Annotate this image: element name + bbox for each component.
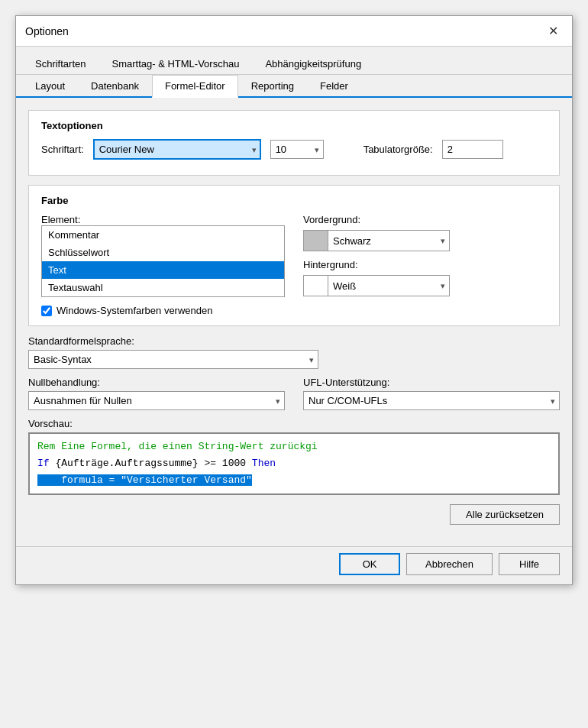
close-button[interactable]: ✕ — [544, 22, 563, 40]
vorschau-label: Vorschau: — [28, 418, 560, 429]
element-label: Element: — [41, 214, 80, 225]
options-dialog: Optionen ✕ Schriftarten Smarttag- & HTML… — [15, 15, 573, 585]
null-ufl-row: Nullbehandlung: Ausnahmen für Nullen Nul… — [28, 377, 560, 410]
farbe-section: Farbe Element: Kommentar Schlüsselwort T… — [28, 185, 560, 326]
element-schluesselwort[interactable]: Schlüsselwort — [42, 244, 284, 261]
vordergrund-select[interactable]: Schwarz — [328, 230, 450, 251]
content-area: Textoptionen Schriftart: Courier New 8 9… — [16, 98, 572, 546]
nullbehandlung-select-wrapper: Ausnahmen für Nullen Nullen beibehalten — [28, 391, 285, 410]
bottom-buttons: OK Abbrechen Hilfe — [16, 546, 572, 584]
preview-then: Then — [252, 458, 276, 469]
help-button[interactable]: Hilfe — [499, 553, 560, 575]
tabs-row2: Layout Datenbank Formel-Editor Reporting… — [16, 75, 572, 98]
nullbehandlung-label: Nullbehandlung: — [28, 377, 285, 388]
preview-line-2: If {Aufträge.Auftragssumme} >= 1000 Then — [37, 455, 551, 472]
title-bar: Optionen ✕ — [16, 16, 572, 47]
tab-abhaengigkeit[interactable]: Abhängigkeitsprüfung — [252, 53, 374, 74]
dialog-title: Optionen — [25, 25, 69, 37]
vorschau-box: Rem Eine Formel, die einen String-Wert z… — [28, 432, 560, 495]
tabs-row1: Schriftarten Smarttag- & HTML-Vorschau A… — [16, 47, 572, 75]
hintergrund-label: Hintergrund: — [303, 259, 547, 270]
hintergrund-select-row: Weiß — [303, 275, 547, 296]
tabulator-input[interactable]: 2 — [442, 140, 503, 159]
tab-felder[interactable]: Felder — [307, 75, 361, 96]
size-select-wrapper: 8 9 10 11 12 — [270, 140, 324, 159]
farbe-title: Farbe — [41, 195, 547, 206]
schriftart-select[interactable]: Courier New — [93, 139, 261, 160]
windows-colors-row: Windows-Systemfarben verwenden — [41, 305, 285, 316]
color-layout: Element: Kommentar Schlüsselwort Text Te… — [41, 214, 547, 316]
ufl-select-wrapper: Nur C/COM-UFLs Alle UFLs — [303, 391, 560, 410]
preview-comment: Rem Eine Formel, die einen String-Wert z… — [37, 441, 318, 452]
vordergrund-label: Vordergrund: — [303, 214, 547, 225]
tab-formel-editor[interactable]: Formel-Editor — [152, 75, 238, 98]
tabulator-label: Tabulatorgröße: — [363, 144, 433, 155]
reset-row: Alle zurücksetzen — [28, 504, 560, 525]
ufl-select[interactable]: Nur C/COM-UFLs Alle UFLs — [303, 391, 560, 410]
schriftart-label: Schriftart: — [41, 144, 84, 155]
ufl-col: UFL-Unterstützung: Nur C/COM-UFLs Alle U… — [303, 377, 560, 410]
element-textauswahl[interactable]: Textauswahl — [42, 279, 284, 296]
schriftart-row: Schriftart: Courier New 8 9 10 11 12 Tab — [41, 139, 547, 160]
tab-datenbank[interactable]: Datenbank — [78, 75, 152, 96]
vordergrund-swatch — [303, 230, 328, 251]
standardformel-select[interactable]: Basic-Syntax Crystal-Syntax — [28, 350, 318, 369]
reset-button[interactable]: Alle zurücksetzen — [450, 504, 560, 525]
tab-schriftarten[interactable]: Schriftarten — [22, 53, 99, 74]
element-kommentar[interactable]: Kommentar — [42, 226, 284, 244]
textoptionen-title: Textoptionen — [41, 120, 547, 131]
hintergrund-swatch — [303, 275, 328, 296]
standardformel-section: Standardformelsprache: Basic-Syntax Crys… — [28, 335, 560, 369]
element-list: Kommentar Schlüsselwort Text Textauswahl — [41, 225, 285, 297]
element-text[interactable]: Text — [42, 261, 284, 279]
preview-if: If — [37, 458, 55, 469]
hintergrund-select[interactable]: Weiß — [328, 275, 450, 296]
preview-line-1: Rem Eine Formel, die einen String-Wert z… — [37, 438, 551, 455]
hintergrund-dropdown-wrap: Weiß — [328, 275, 450, 296]
size-select[interactable]: 8 9 10 11 12 — [270, 140, 324, 159]
textoptionen-section: Textoptionen Schriftart: Courier New 8 9… — [28, 110, 560, 176]
tab-layout[interactable]: Layout — [22, 75, 78, 96]
schriftart-select-wrapper: Courier New — [93, 139, 261, 160]
cancel-button[interactable]: Abbrechen — [406, 553, 493, 575]
windows-colors-checkbox[interactable] — [41, 306, 52, 316]
preview-condition: {Aufträge.Auftragssumme} >= 1000 — [55, 458, 251, 469]
standardformel-label: Standardformelsprache: — [28, 335, 560, 347]
windows-colors-label: Windows-Systemfarben verwenden — [57, 305, 212, 316]
vordergrund-select-row: Schwarz — [303, 230, 547, 251]
ufl-label: UFL-Unterstützung: — [303, 377, 560, 388]
nullbehandlung-col: Nullbehandlung: Ausnahmen für Nullen Nul… — [28, 377, 285, 410]
ok-button[interactable]: OK — [339, 553, 400, 575]
vorschau-section: Vorschau: Rem Eine Formel, die einen Str… — [28, 418, 560, 495]
element-column: Element: Kommentar Schlüsselwort Text Te… — [41, 214, 285, 316]
tab-reporting[interactable]: Reporting — [238, 75, 307, 96]
tab-smarttag[interactable]: Smarttag- & HTML-Vorschau — [99, 53, 252, 74]
vordergrund-dropdown-wrap: Schwarz — [328, 230, 450, 251]
nullbehandlung-select[interactable]: Ausnahmen für Nullen Nullen beibehalten — [28, 391, 285, 410]
standardformel-select-wrapper: Basic-Syntax Crystal-Syntax — [28, 350, 318, 369]
preview-line-3: formula = "Versicherter Versand" — [37, 472, 551, 489]
color-pickers-column: Vordergrund: Schwarz Hintergrund: — [303, 214, 547, 316]
preview-formula: formula = "Versicherter Versand" — [37, 474, 252, 486]
